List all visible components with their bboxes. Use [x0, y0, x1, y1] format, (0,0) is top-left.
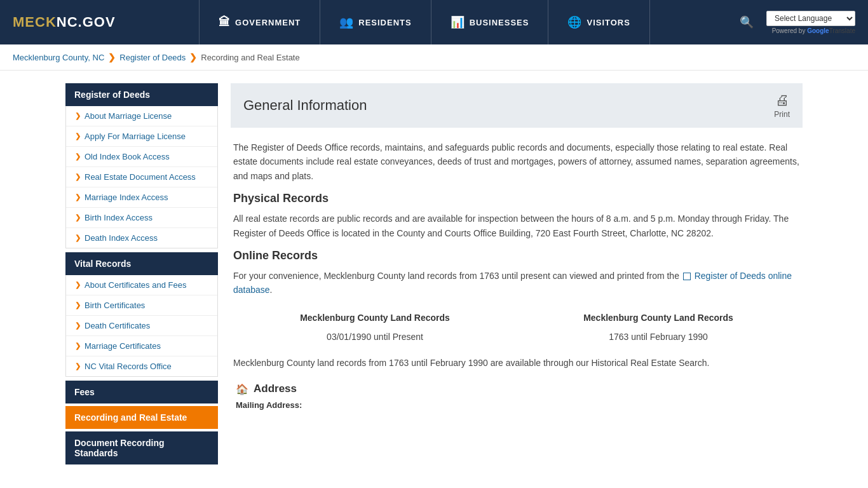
sidebar-link-label: NC Vital Records Office [85, 362, 172, 371]
search-button[interactable]: 🔍 [735, 13, 759, 32]
nav-businesses-label: BUSINESSES [470, 18, 529, 27]
government-icon: 🏛 [219, 16, 231, 29]
nav-visitors-label: VISITORS [587, 18, 630, 27]
chevron-icon: ❯ [75, 132, 81, 140]
sidebar-link-label: Old Index Book Access [85, 152, 170, 161]
table-col1-value: 03/01/1990 until Present [233, 328, 517, 346]
online-text-1: For your convenience, Mecklenburg County… [233, 271, 679, 281]
sidebar-link-death-index[interactable]: ❯ Death Index Access [66, 228, 217, 248]
chevron-icon: ❯ [75, 112, 81, 120]
site-header: MECKNC.GOV 🏛 GOVERNMENT 👥 RESIDENTS 📊 BU… [0, 0, 868, 44]
records-table: Mecklenburg County Land Records Mecklenb… [233, 308, 800, 346]
nav-residents[interactable]: 👥 RESIDENTS [320, 0, 431, 44]
content-body: The Register of Deeds Office records, ma… [231, 140, 803, 410]
breadcrumb-current: Recording and Real Estate [201, 53, 299, 62]
print-label: Print [774, 110, 790, 119]
sidebar-link-label: About Certificates and Fees [85, 280, 186, 290]
table-col1-header: Mecklenburg County Land Records [233, 308, 517, 328]
chevron-icon: ❯ [75, 234, 81, 242]
sidebar-link-label: Birth Index Access [85, 213, 153, 222]
sidebar-link-apply-marriage[interactable]: ❯ Apply For Marriage License [66, 126, 217, 147]
chevron-icon: ❯ [75, 281, 81, 289]
ext-link-icon [683, 273, 691, 280]
mailing-label: Mailing Address: [236, 400, 797, 410]
sidebar-register-links: ❯ About Marriage License ❯ Apply For Mar… [65, 106, 218, 248]
businesses-icon: 📊 [451, 15, 465, 29]
breadcrumb-bar: Mecklenburg County, NC ❯ Register of Dee… [0, 44, 868, 71]
sidebar-doc-recording[interactable]: Document Recording Standards [65, 431, 218, 464]
sidebar-active-recording[interactable]: Recording and Real Estate [65, 406, 218, 429]
sidebar-link-label: Apply For Marriage License [85, 132, 186, 141]
main-container: Register of Deeds ❯ About Marriage Licen… [53, 83, 815, 464]
sidebar-link-about-certs[interactable]: ❯ About Certificates and Fees [66, 275, 217, 295]
nav-businesses[interactable]: 📊 BUSINESSES [431, 0, 549, 44]
sidebar-link-label: Marriage Index Access [85, 193, 168, 202]
nav-government[interactable]: 🏛 GOVERNMENT [199, 0, 320, 44]
chevron-icon: ❯ [75, 152, 81, 161]
sidebar-link-label: Birth Certificates [85, 301, 145, 310]
sidebar-link-label: Marriage Certificates [85, 341, 161, 351]
nav-residents-label: RESIDENTS [358, 18, 411, 27]
address-section: 🏠 Address Mailing Address: [233, 383, 800, 410]
breadcrumb-sep-2: ❯ [189, 52, 197, 62]
content-area: General Information 🖨 Print The Register… [231, 83, 803, 410]
breadcrumb-sep-1: ❯ [108, 52, 116, 62]
chevron-icon: ❯ [75, 322, 81, 330]
language-select[interactable]: Select Language [766, 11, 855, 26]
online-records-heading: Online Records [233, 249, 800, 262]
sidebar-link-birth-certs[interactable]: ❯ Birth Certificates [66, 295, 217, 316]
chevron-icon: ❯ [75, 362, 81, 370]
sidebar: Register of Deeds ❯ About Marriage Licen… [65, 83, 218, 464]
breadcrumb-link-county[interactable]: Mecklenburg County, NC [13, 53, 104, 62]
home-icon: 🏠 [236, 383, 248, 395]
sidebar-register-header: Register of Deeds [65, 83, 218, 106]
sidebar-link-nc-vital[interactable]: ❯ NC Vital Records Office [66, 356, 217, 376]
table-col2-value: 1763 until February 1990 [517, 328, 800, 346]
translate-widget: Select Language Powered by GoogleTransla… [766, 11, 855, 34]
historical-text: Mecklenburg County land records from 176… [233, 356, 800, 370]
sidebar-link-about-marriage[interactable]: ❯ About Marriage License [66, 106, 217, 126]
print-icon: 🖨 [775, 92, 789, 109]
nav-visitors[interactable]: 🌐 VISITORS [548, 0, 649, 44]
sidebar-fees-link[interactable]: Fees [65, 381, 218, 403]
content-header: General Information 🖨 Print [231, 83, 803, 128]
intro-text: The Register of Deeds Office records, ma… [233, 140, 800, 183]
table-col2-header: Mecklenburg County Land Records [517, 308, 800, 328]
sidebar-link-label: Death Index Access [85, 233, 158, 243]
site-logo[interactable]: MECKNC.GOV [13, 14, 114, 30]
breadcrumb: Mecklenburg County, NC ❯ Register of Dee… [13, 52, 855, 62]
page-title: General Information [243, 97, 367, 114]
print-button[interactable]: 🖨 Print [774, 92, 790, 119]
chevron-icon: ❯ [75, 342, 81, 350]
sidebar-link-marriage-certs[interactable]: ❯ Marriage Certificates [66, 336, 217, 356]
logo-nc: NC.GOV [57, 14, 116, 30]
table-row: 03/01/1990 until Present 1763 until Febr… [233, 328, 800, 346]
sidebar-link-death-certs[interactable]: ❯ Death Certificates [66, 316, 217, 336]
sidebar-vital-section: Vital Records ❯ About Certificates and F… [65, 252, 218, 377]
physical-records-heading: Physical Records [233, 192, 800, 205]
main-nav: 🏛 GOVERNMENT 👥 RESIDENTS 📊 BUSINESSES 🌐 … [114, 0, 735, 44]
address-heading: 🏠 Address [236, 383, 797, 395]
breadcrumb-link-deeds[interactable]: Register of Deeds [119, 53, 186, 62]
sidebar-link-real-estate-doc[interactable]: ❯ Real Estate Document Access [66, 167, 217, 187]
header-right: 🔍 Select Language Powered by GoogleTrans… [735, 11, 855, 34]
chevron-icon: ❯ [75, 173, 81, 181]
logo-meck: MECK [13, 14, 57, 30]
chevron-icon: ❯ [75, 193, 81, 201]
nav-government-label: GOVERNMENT [235, 18, 301, 27]
sidebar-link-old-index[interactable]: ❯ Old Index Book Access [66, 147, 217, 167]
online-period: . [270, 285, 273, 295]
residents-icon: 👥 [339, 15, 354, 29]
physical-text: All real estate records are public recor… [233, 212, 800, 240]
visitors-icon: 🌐 [567, 15, 582, 29]
sidebar-link-label: Real Estate Document Access [85, 172, 196, 182]
sidebar-link-marriage-index[interactable]: ❯ Marriage Index Access [66, 187, 217, 208]
sidebar-vital-header: Vital Records [65, 252, 218, 275]
sidebar-link-label: About Marriage License [85, 111, 172, 121]
chevron-icon: ❯ [75, 301, 81, 309]
sidebar-link-label: Death Certificates [85, 321, 150, 330]
sidebar-link-birth-index[interactable]: ❯ Birth Index Access [66, 208, 217, 228]
address-heading-label: Address [254, 383, 297, 395]
online-text: For your convenience, Mecklenburg County… [233, 269, 800, 297]
powered-by-label: Powered by GoogleTranslate [772, 27, 855, 34]
